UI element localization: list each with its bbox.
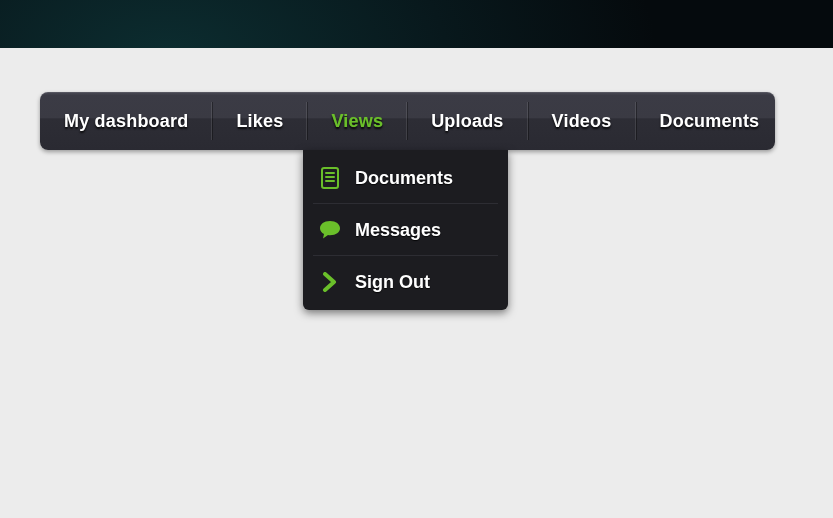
nav-item-videos[interactable]: Videos	[528, 92, 636, 150]
header-band	[0, 0, 833, 48]
nav-item-my-dashboard[interactable]: My dashboard	[40, 92, 212, 150]
dropdown-item-label: Sign Out	[355, 272, 430, 293]
dropdown-item-sign-out[interactable]: Sign Out	[303, 256, 508, 308]
nav-item-views[interactable]: Views	[307, 92, 407, 150]
dropdown-item-label: Documents	[355, 168, 453, 189]
nav-container: My dashboard Likes Views Uploads Videos …	[40, 92, 775, 150]
chevron-right-icon	[319, 271, 341, 293]
nav-item-likes[interactable]: Likes	[212, 92, 307, 150]
nav-item-label: Likes	[236, 111, 283, 132]
nav-item-label: My dashboard	[64, 111, 188, 132]
nav-item-label: Documents	[660, 111, 760, 132]
chat-icon	[319, 219, 341, 241]
nav-item-label: Videos	[552, 111, 612, 132]
views-dropdown: Documents Messages Sign Out	[303, 150, 508, 310]
document-icon	[319, 167, 341, 189]
nav-item-uploads[interactable]: Uploads	[407, 92, 527, 150]
dropdown-item-messages[interactable]: Messages	[303, 204, 508, 256]
nav-item-label: Uploads	[431, 111, 503, 132]
dropdown-item-label: Messages	[355, 220, 441, 241]
dropdown-item-documents[interactable]: Documents	[303, 152, 508, 204]
nav-item-label: Views	[331, 111, 383, 132]
nav-item-documents[interactable]: Documents	[636, 92, 784, 150]
main-nav: My dashboard Likes Views Uploads Videos …	[40, 92, 775, 150]
